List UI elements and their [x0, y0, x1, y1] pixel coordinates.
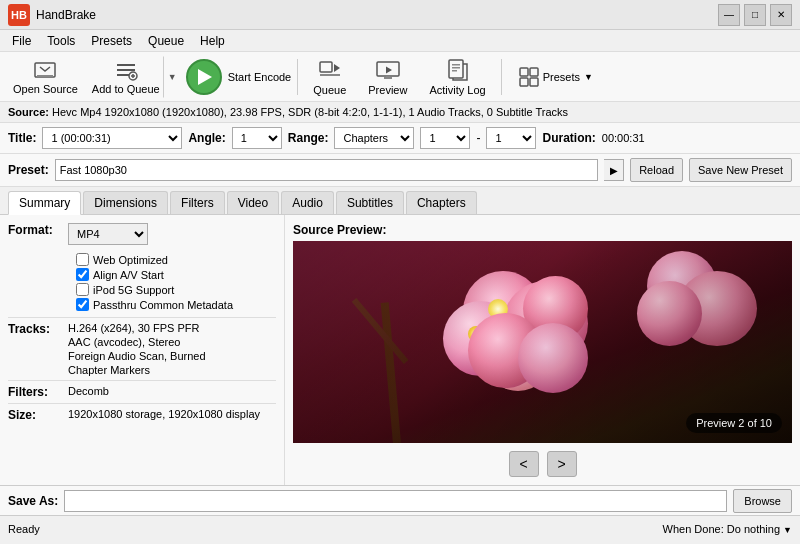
- browse-button[interactable]: Browse: [733, 489, 792, 513]
- queue-label: Queue: [313, 84, 346, 96]
- right-panel: Source Preview:: [285, 215, 800, 485]
- svg-rect-14: [452, 70, 457, 72]
- tab-summary[interactable]: Summary: [8, 191, 81, 215]
- open-source-button[interactable]: Open Source: [6, 55, 85, 99]
- size-value: 1920x1080 storage, 1920x1080 display: [68, 408, 260, 420]
- divider-1: [8, 317, 276, 318]
- tracks-section: Tracks: H.264 (x264), 30 FPS PFR AAC (av…: [8, 322, 276, 376]
- tab-filters[interactable]: Filters: [170, 191, 225, 214]
- tracks-content: H.264 (x264), 30 FPS PFR AAC (avcodec), …: [68, 322, 206, 376]
- play-icon: [198, 69, 212, 85]
- size-section: Size: 1920x1080 storage, 1920x1080 displ…: [8, 408, 276, 422]
- add-to-queue-group: Add to Queue ▼: [89, 55, 182, 99]
- svg-rect-6: [320, 62, 332, 72]
- range-select[interactable]: Chapters Seconds Frames: [334, 127, 414, 149]
- size-content: 1920x1080 storage, 1920x1080 display: [68, 408, 260, 422]
- activity-log-button[interactable]: Activity Log: [420, 53, 494, 101]
- toolbar: Open Source Add to Queue ▼ Start Encode …: [0, 52, 800, 102]
- open-source-label: Open Source: [13, 83, 78, 95]
- tab-subtitles[interactable]: Subtitles: [336, 191, 404, 214]
- preview-badge: Preview 2 of 10: [686, 413, 782, 433]
- save-new-preset-button[interactable]: Save New Preset: [689, 158, 792, 182]
- chapter-start-select[interactable]: 1: [420, 127, 470, 149]
- svg-rect-15: [520, 68, 528, 76]
- menubar: File Tools Presets Queue Help: [0, 30, 800, 52]
- track-2: AAC (avcodec), Stereo: [68, 336, 206, 348]
- ipod-row: iPod 5G Support: [76, 283, 233, 296]
- preview-next-button[interactable]: >: [547, 451, 577, 477]
- svg-rect-2: [117, 64, 135, 66]
- align-av-label: Align A/V Start: [93, 269, 164, 281]
- minimize-button[interactable]: —: [718, 4, 740, 26]
- passthru-row: Passthru Common Metadata: [76, 298, 233, 311]
- ipod-checkbox[interactable]: [76, 283, 89, 296]
- filters-section: Filters: Decomb: [8, 385, 276, 399]
- preview-area: Preview 2 of 10: [293, 241, 792, 443]
- ipod-label: iPod 5G Support: [93, 284, 174, 296]
- preset-arrow-button[interactable]: ▶: [604, 159, 624, 181]
- start-encode-button[interactable]: [186, 59, 222, 95]
- preview-controls: < >: [293, 451, 792, 477]
- app-title: HandBrake: [36, 8, 96, 22]
- svg-rect-10: [386, 76, 390, 77]
- when-done: When Done: Do nothing ▼: [663, 523, 792, 535]
- title-row: Title: 1 (00:00:31) Angle: 1 Range: Chap…: [0, 123, 800, 154]
- preview-button[interactable]: Preview: [359, 53, 416, 101]
- svg-rect-17: [520, 78, 528, 86]
- preview-prev-button[interactable]: <: [509, 451, 539, 477]
- passthru-label: Passthru Common Metadata: [93, 299, 233, 311]
- track-3: Foreign Audio Scan, Burned: [68, 350, 206, 362]
- tab-audio[interactable]: Audio: [281, 191, 334, 214]
- statusbar: Ready When Done: Do nothing ▼: [0, 515, 800, 541]
- align-av-row: Align A/V Start: [76, 268, 233, 281]
- svg-rect-1: [37, 75, 53, 77]
- format-section: Format: MP4 MKV WebM Web Optimized Align…: [8, 223, 276, 313]
- close-button[interactable]: ✕: [770, 4, 792, 26]
- web-optimized-checkbox[interactable]: [76, 253, 89, 266]
- tab-dimensions[interactable]: Dimensions: [83, 191, 168, 214]
- activity-log-icon: [446, 58, 470, 82]
- titlebar-controls: — □ ✕: [718, 4, 792, 26]
- saveas-input[interactable]: [64, 490, 727, 512]
- menu-file[interactable]: File: [4, 32, 39, 50]
- passthru-checkbox[interactable]: [76, 298, 89, 311]
- divider-2: [8, 380, 276, 381]
- add-to-queue-button[interactable]: Add to Queue: [89, 55, 163, 99]
- presets-dropdown-icon: ▼: [584, 72, 593, 82]
- add-to-queue-dropdown[interactable]: ▼: [163, 56, 182, 98]
- align-av-checkbox[interactable]: [76, 268, 89, 281]
- filters-value: Decomb: [68, 385, 109, 397]
- menu-presets[interactable]: Presets: [83, 32, 140, 50]
- start-encode-label: Start Encode: [228, 71, 292, 83]
- format-select[interactable]: MP4 MKV WebM: [68, 223, 148, 245]
- angle-select[interactable]: 1: [232, 127, 282, 149]
- queue-button[interactable]: Queue: [304, 53, 355, 101]
- add-to-queue-icon: [114, 59, 138, 83]
- duration-label: Duration:: [542, 131, 595, 145]
- svg-rect-16: [530, 68, 538, 76]
- menu-tools[interactable]: Tools: [39, 32, 83, 50]
- svg-rect-7: [320, 74, 340, 76]
- preview-title: Source Preview:: [293, 223, 792, 237]
- preview-icon: [376, 58, 400, 82]
- range-label: Range:: [288, 131, 329, 145]
- when-done-value[interactable]: Do nothing: [727, 523, 780, 535]
- chapter-end-select[interactable]: 1: [486, 127, 536, 149]
- tab-video[interactable]: Video: [227, 191, 279, 214]
- angle-label: Angle:: [188, 131, 225, 145]
- when-done-label: When Done:: [663, 523, 724, 535]
- tab-chapters[interactable]: Chapters: [406, 191, 477, 214]
- svg-rect-18: [530, 78, 538, 86]
- status-text: Ready: [8, 523, 40, 535]
- activity-log-label: Activity Log: [429, 84, 485, 96]
- format-label: Format:: [8, 223, 68, 313]
- preset-input[interactable]: [55, 159, 598, 181]
- title-select[interactable]: 1 (00:00:31): [42, 127, 182, 149]
- when-done-dropdown-icon: ▼: [783, 525, 792, 535]
- track-4: Chapter Markers: [68, 364, 206, 376]
- presets-button[interactable]: Presets ▼: [508, 60, 602, 94]
- maximize-button[interactable]: □: [744, 4, 766, 26]
- reload-button[interactable]: Reload: [630, 158, 683, 182]
- menu-queue[interactable]: Queue: [140, 32, 192, 50]
- menu-help[interactable]: Help: [192, 32, 233, 50]
